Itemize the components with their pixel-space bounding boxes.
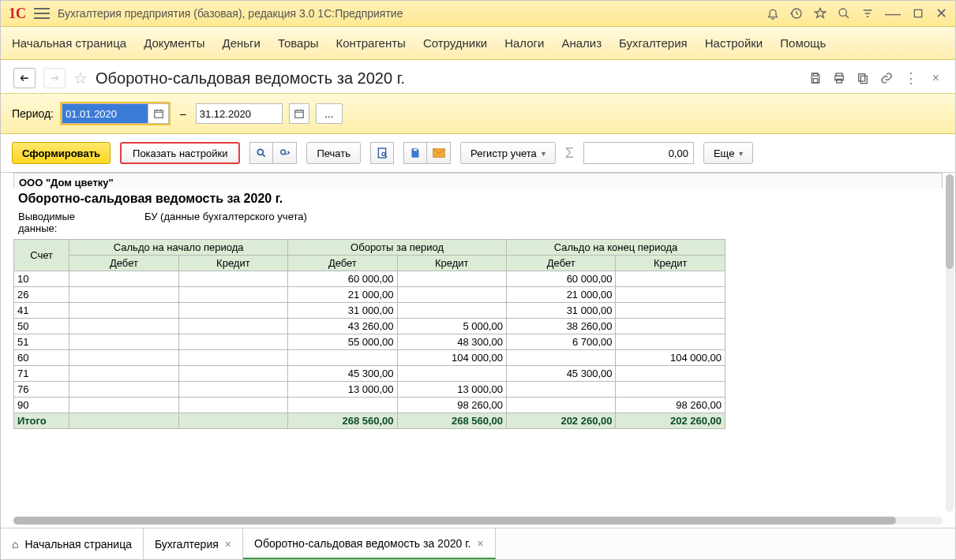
date-from-group: [60, 102, 171, 125]
save-disk-button[interactable]: [403, 142, 427, 164]
tab-report-label: Оборотно-сальдовая ведомость за 2020 г.: [254, 537, 471, 550]
tab-home-label: Начальная страница: [24, 538, 131, 551]
menu-counterparties[interactable]: Контрагенты: [336, 36, 406, 50]
svg-rect-9: [154, 110, 163, 118]
th-open-credit: Кредит: [178, 256, 287, 271]
tab-report[interactable]: Оборотно-сальдовая ведомость за 2020 г. …: [243, 528, 496, 559]
sum-icon[interactable]: Σ: [565, 145, 574, 162]
th-close-debit: Дебет: [507, 256, 616, 271]
bell-icon[interactable]: [767, 7, 779, 20]
email-button[interactable]: [427, 142, 451, 164]
date-to-input[interactable]: [196, 103, 283, 124]
th-account: Счет: [14, 240, 69, 271]
period-label: Период:: [12, 107, 54, 120]
find-button[interactable]: [249, 142, 273, 164]
save-file-icon[interactable]: [809, 72, 822, 84]
page-title: Оборотно-сальдовая ведомость за 2020 г.: [96, 69, 405, 88]
svg-rect-7: [858, 74, 864, 81]
svg-rect-15: [414, 149, 418, 151]
copy-icon[interactable]: [857, 72, 869, 84]
output-label: Выводимые данные:: [18, 211, 113, 234]
print-icon[interactable]: [833, 72, 845, 84]
preview-button[interactable]: [370, 142, 394, 164]
calendar-to-button[interactable]: [289, 103, 309, 124]
menu-start[interactable]: Начальная страница: [12, 36, 126, 50]
svg-point-11: [258, 149, 264, 155]
th-closing: Сальдо на конец периода: [507, 240, 725, 256]
link-icon[interactable]: [880, 72, 893, 84]
svg-rect-2: [813, 73, 817, 76]
table-row[interactable]: 7145 300,0045 300,00: [14, 366, 725, 382]
svg-point-14: [382, 152, 385, 155]
maximize-button[interactable]: [912, 7, 924, 20]
tab-close-icon[interactable]: ×: [225, 538, 231, 551]
menu-accounting[interactable]: Бухгалтерия: [619, 36, 688, 50]
calendar-from-button[interactable]: [148, 103, 169, 124]
page-actions: ⋮ ×: [809, 69, 943, 87]
tab-accounting[interactable]: Бухгалтерия ×: [144, 528, 243, 559]
table-row[interactable]: 5155 000,0048 300,006 700,00: [14, 334, 725, 350]
table-row[interactable]: 5043 260,005 000,0038 260,00: [14, 319, 725, 334]
table-row[interactable]: 4131 000,0031 000,00: [14, 303, 725, 319]
date-from-input[interactable]: [62, 103, 148, 124]
period-dash: –: [177, 107, 189, 120]
table-total-row: Итого268 560,00268 560,00202 260,00202 2…: [14, 413, 725, 429]
menu-employees[interactable]: Сотрудники: [423, 36, 487, 50]
minimize-button[interactable]: —: [885, 5, 901, 23]
menu-documents[interactable]: Документы: [144, 36, 204, 50]
close-button[interactable]: ✕: [935, 5, 947, 22]
find-next-button[interactable]: [273, 142, 297, 164]
app-logo: 1C: [9, 6, 26, 22]
search-icon[interactable]: [838, 7, 850, 20]
report-table: Счет Сальдо на начало периода Обороты за…: [13, 239, 725, 429]
register-button[interactable]: Регистр учета▾: [460, 142, 556, 164]
generate-button[interactable]: Сформировать: [12, 142, 111, 164]
titlebar: 1C Бухгалтерия предприятия (базовая), ре…: [1, 1, 955, 27]
window-title: Бухгалтерия предприятия (базовая), редак…: [58, 7, 403, 20]
vertical-scrollbar[interactable]: [946, 174, 954, 512]
svg-point-12: [281, 150, 286, 155]
star-icon[interactable]: [814, 7, 827, 20]
menu-settings[interactable]: Настройки: [705, 36, 763, 50]
th-open-debit: Дебет: [69, 256, 178, 271]
table-row[interactable]: 1060 000,0060 000,00: [14, 271, 725, 287]
table-row[interactable]: 60104 000,00104 000,00: [14, 350, 725, 366]
table-row[interactable]: 7613 000,0013 000,00: [14, 382, 725, 398]
search-group: [249, 142, 297, 164]
hamburger-icon[interactable]: [34, 8, 50, 19]
th-turn-debit: Дебет: [288, 256, 397, 271]
nav-back-button[interactable]: [13, 68, 36, 88]
period-bar: Период: – ...: [1, 93, 955, 134]
favorite-star-icon[interactable]: ☆: [73, 69, 88, 88]
close-page-button[interactable]: ×: [929, 71, 943, 85]
window-tabs: ⌂ Начальная страница Бухгалтерия × Оборо…: [1, 528, 955, 559]
more-vertical-icon[interactable]: ⋮: [904, 69, 918, 87]
th-turn-credit: Кредит: [397, 256, 506, 271]
menu-taxes[interactable]: Налоги: [504, 36, 544, 50]
menu-money[interactable]: Деньги: [222, 36, 260, 50]
svg-rect-10: [295, 110, 304, 118]
report-scroll[interactable]: ООО "Дом цветку" Оборотно-сальдовая ведо…: [1, 173, 955, 528]
menu-goods[interactable]: Товары: [278, 36, 319, 50]
tab-home[interactable]: ⌂ Начальная страница: [1, 528, 144, 559]
table-row[interactable]: 2621 000,0021 000,00: [14, 287, 725, 303]
title-icons: — ✕: [767, 5, 947, 23]
history-icon[interactable]: [790, 7, 803, 20]
horizontal-scrollbar[interactable]: [13, 517, 943, 525]
tab-close-icon[interactable]: ×: [477, 537, 483, 550]
filter-icon[interactable]: [861, 7, 874, 20]
sum-value-input[interactable]: [583, 142, 694, 164]
th-opening: Сальдо на начало периода: [69, 240, 288, 256]
show-settings-button[interactable]: Показать настройки: [120, 142, 240, 164]
period-select-button[interactable]: ...: [316, 103, 343, 124]
output-info: Выводимые данные: БУ (данные бухгалтерск…: [13, 209, 943, 239]
print-button[interactable]: Печать: [306, 142, 361, 164]
menu-analysis[interactable]: Анализ: [561, 36, 602, 50]
export-group: [403, 142, 451, 164]
menu-help[interactable]: Помощь: [780, 36, 826, 50]
nav-forward-button[interactable]: [43, 68, 66, 88]
output-value: БУ (данные бухгалтерского учета): [144, 211, 307, 234]
org-name: ООО "Дом цветку": [13, 173, 943, 189]
table-row[interactable]: 9098 260,0098 260,00: [14, 398, 725, 413]
more-button[interactable]: Еще▾: [703, 142, 753, 164]
